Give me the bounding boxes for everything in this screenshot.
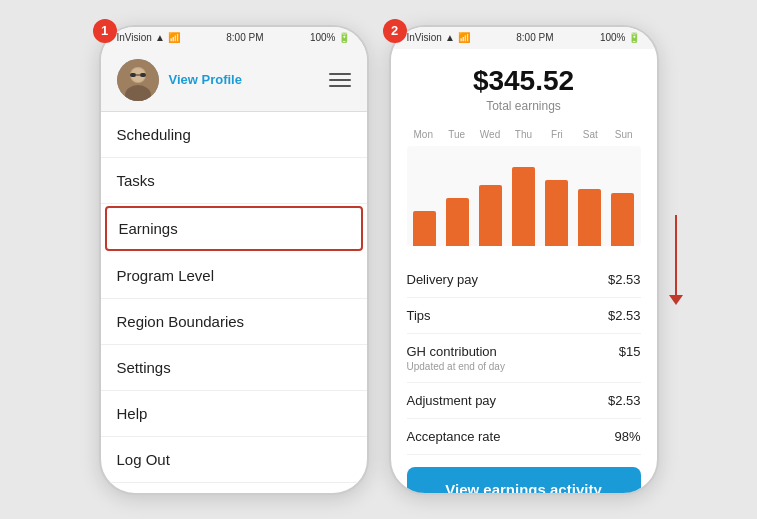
hamburger-menu-icon[interactable] [329,73,351,87]
breakdown-row-1: Tips$2.53 [407,298,641,334]
chart-day-mon: Mon [407,129,440,140]
battery-icon-2: 🔋 [628,32,640,43]
status-bar-1: InVision ▲ 📶 8:00 PM 100% 🔋 [101,27,367,49]
carrier-label-2: InVision [407,32,442,43]
menu-item-scheduling[interactable]: Scheduling [101,112,367,158]
breakdown-label-2: GH contribution [407,344,505,359]
chart-bar-4 [545,180,568,245]
status-time-2: 8:00 PM [516,32,553,43]
menu-item-help[interactable]: Help [101,391,367,437]
breakdown-row-4: Acceptance rate98% [407,419,641,455]
avatar [117,59,159,101]
status-bar-2: InVision ▲ 📶 8:00 PM 100% 🔋 [391,27,657,49]
breakdown-row-0: Delivery pay$2.53 [407,262,641,298]
chart-day-fri: Fri [540,129,573,140]
hamburger-line-2 [329,79,351,81]
menu-item-program-level[interactable]: Program Level [101,253,367,299]
hamburger-line-1 [329,73,351,75]
chart-bar-5 [578,189,601,245]
chart-bar-2 [479,185,502,246]
chart-bar-0 [413,211,436,246]
scroll-arrow [669,215,683,305]
status-left-2: InVision ▲ 📶 [407,32,470,43]
breakdown-value-1: $2.53 [608,308,641,323]
breakdown-sublabel-2: Updated at end of day [407,361,505,372]
signal-icon: ▲ [155,32,165,43]
bar-wrapper-1 [443,154,472,246]
breakdown-value-4: 98% [614,429,640,444]
battery-icon: 🔋 [338,32,350,43]
earnings-label: Total earnings [391,99,657,113]
battery-label: 100% [310,32,336,43]
phone2-frame: InVision ▲ 📶 8:00 PM 100% 🔋 $345.52 Tota… [389,25,659,495]
bar-wrapper-2 [476,154,505,246]
chart-day-thu: Thu [507,129,540,140]
menu-item-tasks[interactable]: Tasks [101,158,367,204]
breakdown-label-0: Delivery pay [407,272,479,287]
menu-item-region-boundaries[interactable]: Region Boundaries [101,299,367,345]
arrow-line [675,215,677,295]
breakdown-label-4: Acceptance rate [407,429,501,444]
svg-rect-5 [140,73,146,77]
menu-item-earnings[interactable]: Earnings [105,206,363,251]
earnings-amount: $345.52 [391,65,657,97]
signal-icon-2: ▲ [445,32,455,43]
svg-rect-4 [130,73,136,77]
chart-bar-6 [611,193,634,245]
step-badge-1: 1 [93,19,117,43]
bar-wrapper-6 [608,154,637,246]
hamburger-line-3 [329,85,351,87]
chart-day-wed: Wed [473,129,506,140]
breakdown-row-2: GH contributionUpdated at end of day$15 [407,334,641,383]
profile-section: View Profile [117,59,242,101]
breakdown-value-3: $2.53 [608,393,641,408]
step-badge-2: 2 [383,19,407,43]
chart-container: MonTueWedThuFriSatSun [391,121,657,254]
wifi-icon-2: 📶 [458,32,470,43]
chart-day-sun: Sun [607,129,640,140]
menu-item-log-out[interactable]: Log Out [101,437,367,483]
status-time: 8:00 PM [226,32,263,43]
breakdown-value-2: $15 [619,344,641,359]
breakdown-row-3: Adjustment pay$2.53 [407,383,641,419]
breakdown-label-1: Tips [407,308,431,323]
bar-wrapper-4 [542,154,571,246]
cta-section: View earnings activity [391,455,657,495]
nav-header-1: View Profile [101,49,367,112]
chart-days: MonTueWedThuFriSatSun [407,129,641,140]
earnings-header: $345.52 Total earnings [391,49,657,121]
chart-day-tue: Tue [440,129,473,140]
status-right-1: 100% 🔋 [310,32,351,43]
breakdown-value-0: $2.53 [608,272,641,287]
status-left-1: InVision ▲ 📶 [117,32,180,43]
menu-item-settings[interactable]: Settings [101,345,367,391]
phone2-wrapper: 2 InVision ▲ 📶 8:00 PM 100% 🔋 $345.52 To… [389,25,659,495]
status-right-2: 100% 🔋 [600,32,641,43]
bar-wrapper-5 [575,154,604,246]
view-profile-link[interactable]: View Profile [169,72,242,87]
wifi-icon: 📶 [168,32,180,43]
carrier-label: InVision [117,32,152,43]
chart-bar-1 [446,198,469,246]
menu-list: SchedulingTasksEarningsProgram LevelRegi… [101,112,367,483]
bar-wrapper-0 [411,154,440,246]
chart-day-sat: Sat [574,129,607,140]
phone1-frame: InVision ▲ 📶 8:00 PM 100% 🔋 [99,25,369,495]
earnings-breakdown: Delivery pay$2.53Tips$2.53GH contributio… [391,262,657,455]
breakdown-label-3: Adjustment pay [407,393,497,408]
battery-label-2: 100% [600,32,626,43]
phone1-wrapper: 1 InVision ▲ 📶 8:00 PM 100% 🔋 [99,25,369,495]
chart-bar-3 [512,167,535,245]
chart-bars [407,146,641,246]
arrow-head [669,295,683,305]
view-earnings-button[interactable]: View earnings activity [407,467,641,495]
bar-wrapper-3 [509,154,538,246]
